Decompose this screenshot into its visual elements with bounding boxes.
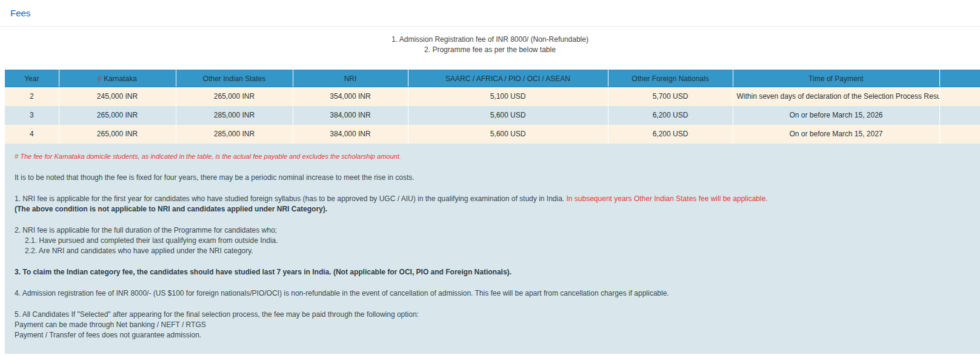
cell-nri-fee: 354,000 INR (293, 87, 408, 106)
note-2-2: 2.2. Are NRI and candidates who have app… (15, 246, 970, 256)
cell-payment-time: Within seven days of declaration of the … (733, 87, 939, 106)
intro-line-programme-fee: 2. Programme fee as per the below table (0, 45, 980, 55)
intro-line-registration-fee: 1. Admission Registration fee of INR 800… (0, 35, 980, 45)
column-header-time-of-payment: Time of Payment (733, 70, 939, 87)
fees-table-viewport: Year # Karnataka Other Indian States NRI… (5, 70, 980, 144)
note-5: 5. All Candidates If "Selected" after ap… (15, 310, 970, 320)
karnataka-hash-mark: # (98, 75, 104, 83)
note-1-red-highlight: In subsequent years Other Indian States … (567, 194, 768, 203)
cell-saarc-fee: 5,100 USD (408, 87, 608, 106)
note-5-payment-methods: Payment can be made through Net banking … (15, 320, 970, 330)
cell-other-foreign-fee: 6,200 USD (608, 125, 733, 144)
cell-year: 3 (5, 106, 59, 125)
cell-other-foreign-fee: 6,200 USD (608, 106, 733, 125)
cell-karnataka-fee: 245,000 INR (59, 87, 176, 106)
cell-karnataka-fee: 265,000 INR (59, 106, 176, 125)
note-1-sub: (The above condition is not applicable t… (15, 204, 970, 214)
column-header-clipped (939, 70, 980, 87)
table-header-row: Year # Karnataka Other Indian States NRI… (5, 70, 980, 87)
table-row: 2 245,000 INR 265,000 INR 354,000 INR 5,… (5, 87, 980, 106)
cell-clipped (939, 125, 980, 144)
table-row: 3 265,000 INR 285,000 INR 384,000 INR 5,… (5, 106, 980, 125)
fee-fixed-note: It is to be noted that though the fee is… (15, 173, 970, 183)
notes-panel: # The fee for Karnataka domicile student… (5, 144, 980, 354)
note-1: 1. NRI fee is applicable for the first y… (15, 194, 970, 204)
table-row: 4 265,000 INR 285,000 INR 384,000 INR 5,… (5, 125, 980, 144)
note-4: 4. Admission registration fee of INR 800… (15, 288, 970, 299)
cell-saarc-fee: 5,600 USD (408, 125, 608, 144)
note-3: 3. To claim the Indian category fee, the… (15, 267, 970, 277)
column-header-nri: NRI (293, 70, 408, 87)
column-header-saarc: SAARC / AFRICA / PIO / OCI / ASEAN (408, 70, 608, 87)
note-2-1: 2.1. Have pursued and completed their la… (15, 236, 970, 246)
fees-table: Year # Karnataka Other Indian States NRI… (5, 70, 980, 144)
cell-payment-time: On or before March 15, 2027 (733, 125, 939, 144)
note-5-disclaimer: Payment / Transfer of fees does not guar… (15, 330, 970, 340)
intro-text: 1. Admission Registration fee of INR 800… (0, 35, 980, 55)
karnataka-label: Karnataka (104, 75, 137, 83)
cell-karnataka-fee: 265,000 INR (59, 125, 176, 144)
cell-year: 2 (5, 87, 59, 106)
cell-nri-fee: 384,000 INR (293, 106, 408, 125)
column-header-year: Year (5, 70, 59, 87)
page-title[interactable]: Fees (10, 8, 30, 18)
note-1-main: 1. NRI fee is applicable for the first y… (15, 194, 567, 203)
cell-nri-fee: 384,000 INR (293, 125, 408, 144)
column-header-karnataka: # Karnataka (59, 70, 176, 87)
cell-other-indian-fee: 285,000 INR (176, 106, 293, 125)
cell-payment-time: On or before March 15, 2026 (733, 106, 939, 125)
column-header-other-foreign-nationals: Other Foreign Nationals (608, 70, 733, 87)
column-header-other-indian-states: Other Indian States (176, 70, 293, 87)
note-2: 2. NRI fee is applicable for the full du… (15, 225, 970, 236)
cell-year: 4 (5, 125, 59, 144)
karnataka-domicile-note: # The fee for Karnataka domicile student… (15, 151, 970, 162)
cell-other-foreign-fee: 5,700 USD (608, 87, 733, 106)
cell-clipped (939, 106, 980, 125)
cell-clipped (939, 87, 980, 106)
cell-saarc-fee: 5,600 USD (408, 106, 608, 125)
cell-other-indian-fee: 265,000 INR (176, 87, 293, 106)
cell-other-indian-fee: 285,000 INR (176, 125, 293, 144)
section-header: Fees (0, 0, 980, 27)
